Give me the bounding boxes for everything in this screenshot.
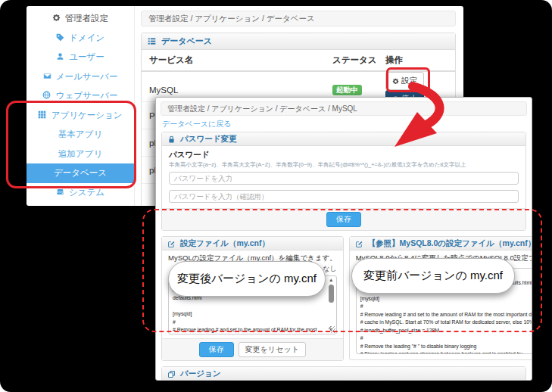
gear-icon — [392, 78, 399, 86]
sidebar-item-label: ユーザー — [69, 52, 104, 61]
reference-panel-title: 【参照】MySQL8.0の設定ファイル（my.cnf） — [368, 238, 532, 247]
system-icon — [56, 184, 64, 204]
password-rule-hint: 半角英小文字(a~z)、半角英大文字(A~Z)、半角数字(0~9)、半角記号(@… — [169, 161, 519, 169]
scrollbar[interactable]: ▲▼ — [328, 278, 335, 332]
globe-icon — [42, 87, 51, 107]
resize-handle[interactable] — [329, 326, 335, 333]
sidebar-item-mailserver[interactable]: メールサーバー — [27, 67, 134, 87]
config-files-row: 設定ファイル（my.cnf） MySQLの設定ファイル（my.cnf）を編集でき… — [161, 236, 526, 361]
sidebar-item-label: アプリケーション — [51, 110, 123, 120]
version-panel-title: バージョン — [180, 369, 220, 378]
sidebar-item-label: 基本アプリ — [58, 129, 102, 138]
config-reset-button[interactable]: 変更をリセット — [239, 342, 306, 357]
version-panel: バージョン ご利用中のバージョン 8.4 MySQLのバージョン変更 パスワード… — [161, 366, 526, 381]
config-file-panel: 設定ファイル（my.cnf） MySQLの設定ファイル（my.cnf）を編集でき… — [161, 236, 344, 361]
sidebar-item-label: 追加アプリ — [58, 149, 102, 158]
back-to-database-link[interactable]: データベースに戻る — [162, 119, 525, 129]
status-badge: 起動中 — [332, 85, 362, 96]
reference-file-panel: 【参照】MySQL8.0の設定ファイル（my.cnf） MySQL8.0から8.… — [349, 236, 532, 360]
sidebar: 管理者設定 ドメイン ユーザー メールサーバー ウェブサーバー アプリケーション — [27, 6, 135, 206]
settings-button[interactable]: 設定 — [385, 72, 424, 90]
sidebar-item-admin-settings[interactable]: 管理者設定 — [27, 9, 134, 29]
password-panel-title: パスワード変更 — [180, 134, 236, 143]
sidebar-item-webserver[interactable]: ウェブサーバー — [27, 86, 134, 106]
user-icon — [56, 48, 64, 68]
breadcrumb: 管理者設定 / アプリケーション / データベース — [141, 11, 456, 26]
sidebar-item-label: システム — [69, 188, 104, 197]
config-panel-header: 設定ファイル（my.cnf） — [162, 237, 343, 250]
sidebar-item-application[interactable]: アプリケーション — [27, 106, 134, 126]
password-confirm-input[interactable] — [169, 190, 519, 203]
screenshot-canvas: 管理者設定 ドメイン ユーザー メールサーバー ウェブサーバー アプリケーション — [0, 0, 552, 392]
sidebar-item-label: ドメイン — [69, 33, 104, 42]
overlay-breadcrumb: 管理者設定 / アプリケーション / データベース / MySQL — [161, 101, 527, 116]
sidebar-item-label: 管理者設定 — [65, 14, 109, 23]
mail-icon — [43, 68, 51, 88]
sidebar-item-database[interactable]: データベース — [27, 163, 134, 183]
edit-icon — [168, 238, 175, 251]
sidebar-item-additional-apps[interactable]: 追加アプリ — [27, 145, 134, 164]
sidebar-item-label: データベース — [54, 168, 107, 177]
edit-icon — [356, 238, 363, 251]
mysql-settings-window: 管理者設定 / アプリケーション / データベース / MySQL データベース… — [155, 97, 532, 381]
database-panel-title: データベース — [161, 36, 212, 45]
sidebar-item-domain[interactable]: ドメイン — [27, 29, 134, 48]
version-panel-header: バージョン — [162, 367, 525, 381]
password-save-button[interactable]: 保存 — [326, 212, 361, 227]
col-header-status: ステータス — [332, 54, 385, 66]
sidebar-item-label: ウェブサーバー — [56, 91, 118, 100]
password-label: パスワード — [169, 150, 519, 160]
config-panel-title: 設定ファイル（my.cnf） — [180, 238, 270, 247]
password-panel: パスワード変更 パスワード 半角英小文字(a~z)、半角英大文字(A~Z)、半角… — [161, 132, 526, 231]
col-header-action: 操作 — [385, 54, 455, 66]
config-panel-footer: 保存 変更をリセット — [162, 338, 343, 360]
callout-before-version: 変更前バージョンの my.cnf — [351, 258, 515, 294]
config-save-button[interactable]: 保存 — [199, 342, 234, 357]
callout-after-version: 変更後バージョンの my.cnf — [168, 261, 326, 297]
service-name: MySQL — [149, 86, 332, 95]
password-panel-header: パスワード変更 — [162, 132, 525, 146]
database-panel-header: データベース — [142, 33, 455, 50]
sidebar-item-basic-apps[interactable]: 基本アプリ — [27, 125, 134, 145]
sidebar-item-system[interactable]: システム — [27, 183, 134, 203]
reference-panel-header: 【参照】MySQL8.0の設定ファイル（my.cnf） — [350, 237, 532, 250]
gear-icon — [52, 10, 61, 30]
sidebar-item-label: メールサーバー — [56, 72, 118, 81]
list-icon — [148, 35, 156, 51]
grid-icon — [38, 107, 46, 126]
password-panel-body: パスワード 半角英小文字(a~z)、半角英大文字(A~Z)、半角数字(0~9)、… — [162, 146, 525, 203]
password-panel-footer: 保存 — [162, 208, 525, 230]
lock-icon — [168, 134, 175, 147]
scroll-thumb[interactable] — [329, 285, 334, 303]
sidebar-item-user[interactable]: ユーザー — [27, 48, 134, 67]
clone-icon — [168, 369, 175, 381]
table-header-row: サービス名 ステータス 操作 — [142, 50, 455, 72]
password-input[interactable] — [169, 172, 519, 185]
scroll-up-icon[interactable]: ▲ — [329, 278, 333, 283]
col-header-service: サービス名 — [149, 54, 332, 66]
tag-icon — [56, 30, 64, 49]
